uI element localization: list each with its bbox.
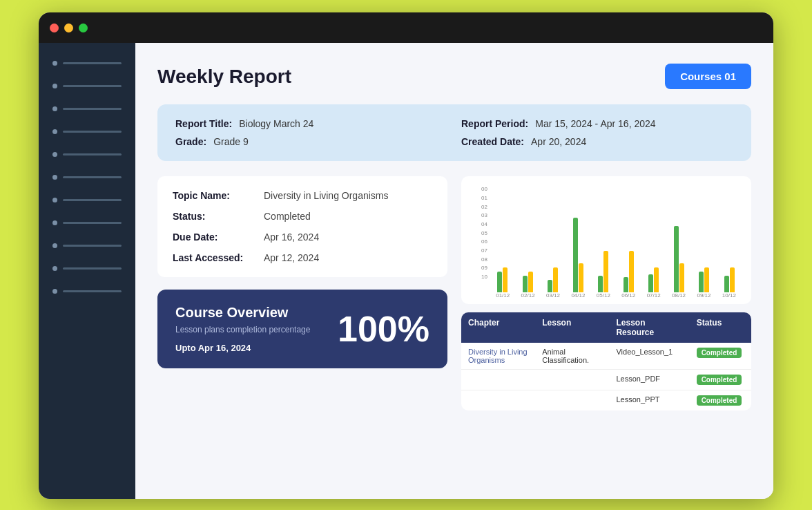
sidebar-line xyxy=(63,222,122,224)
main-layout: Weekly Report Courses 01 Report Title: B… xyxy=(39,43,773,499)
minimize-dot[interactable] xyxy=(64,23,73,32)
sidebar-dot xyxy=(52,198,57,202)
grade-row: Grade: Grade 9 xyxy=(175,136,447,147)
bar-group-9 xyxy=(717,267,742,292)
bar-green-5 xyxy=(624,277,628,292)
sidebar-dot xyxy=(52,129,57,134)
sidebar-item-6[interactable] xyxy=(46,171,128,184)
status-badge: Completed xyxy=(697,375,742,385)
last-accessed-value: Apr 12, 2024 xyxy=(264,252,319,263)
sidebar-item-2[interactable] xyxy=(46,79,128,93)
sidebar-line xyxy=(63,290,122,292)
created-date-label: Created Date: xyxy=(461,136,524,147)
resource-cell: Lesson_PDF xyxy=(609,370,689,390)
status-row: Status: Completed xyxy=(173,211,432,222)
window: Weekly Report Courses 01 Report Title: B… xyxy=(39,12,773,499)
sidebar-item-10[interactable] xyxy=(46,262,128,275)
overview-percentage: 100% xyxy=(338,308,429,350)
resource-cell: Video_Lesson_1 xyxy=(609,343,689,369)
bar-green-2 xyxy=(548,280,552,292)
report-period-label: Report Period: xyxy=(461,118,528,129)
details-block: Topic Name: Diversity in Living Organism… xyxy=(157,176,447,277)
bar-yellow-5 xyxy=(629,251,634,292)
left-panel: Topic Name: Diversity in Living Organism… xyxy=(157,176,447,410)
y-axis: 10 09 08 07 06 05 04 03 02 01 xyxy=(471,186,487,280)
courses-button[interactable]: Courses 01 xyxy=(665,64,751,89)
maximize-dot[interactable] xyxy=(79,23,88,32)
sidebar xyxy=(39,43,135,499)
status-badge: Completed xyxy=(697,348,742,358)
sidebar-dot xyxy=(52,175,57,180)
header-row: Weekly Report Courses 01 xyxy=(157,64,751,89)
grade-label: Grade: xyxy=(175,136,206,147)
lesson-cell xyxy=(535,370,609,390)
lesson-cell: Animal Classification. xyxy=(535,343,609,369)
sidebar-item-11[interactable] xyxy=(46,285,128,298)
sidebar-item-5[interactable] xyxy=(46,148,128,161)
sidebar-line xyxy=(63,176,122,178)
sidebar-item-3[interactable] xyxy=(46,102,128,115)
bar-green-1 xyxy=(523,276,528,292)
sidebar-dot xyxy=(52,243,57,248)
bar-yellow-4 xyxy=(603,251,608,292)
sidebar-line xyxy=(63,62,122,64)
last-accessed-label: Last Accessed: xyxy=(173,252,255,263)
table-body: Diversity in Living OrganismsAnimal Clas… xyxy=(461,343,751,410)
bar-group-6 xyxy=(641,267,666,292)
sidebar-dot xyxy=(52,106,57,111)
report-title-value: Biology March 24 xyxy=(239,118,313,129)
status-cell: Completed xyxy=(690,370,751,390)
table-row: Lesson_PDFCompleted xyxy=(461,370,751,390)
sidebar-line xyxy=(63,245,122,247)
sidebar-line xyxy=(63,131,122,133)
lesson-table: Chapter Lesson Lesson Resource Status Di… xyxy=(461,312,751,410)
report-title-label: Report Title: xyxy=(175,118,232,129)
bar-group-5 xyxy=(617,251,641,292)
sidebar-item-1[interactable] xyxy=(46,57,128,70)
sidebar-item-4[interactable] xyxy=(46,125,128,138)
due-date-row: Due Date: Apr 16, 2024 xyxy=(173,232,432,243)
report-title-row: Report Title: Biology March 24 xyxy=(175,118,447,129)
sidebar-item-8[interactable] xyxy=(46,216,128,229)
chapter-cell xyxy=(461,370,535,390)
overview-subtitle: Lesson plans completion percentage xyxy=(175,325,310,334)
sidebar-dot xyxy=(52,220,57,225)
th-chapter: Chapter xyxy=(461,312,535,343)
overview-title: Course Overview xyxy=(175,305,310,321)
due-date-value: Apr 16, 2024 xyxy=(264,232,319,243)
sidebar-line xyxy=(63,108,122,110)
status-cell: Completed xyxy=(690,343,751,369)
sidebar-item-9[interactable] xyxy=(46,239,128,252)
table-row: Lesson_PPTCompleted xyxy=(461,390,751,410)
sidebar-dot xyxy=(52,61,57,66)
sidebar-line xyxy=(63,85,122,87)
outer-wrapper: Weekly Report Courses 01 Report Title: B… xyxy=(26,0,786,510)
sidebar-dot xyxy=(52,266,57,271)
sidebar-item-7[interactable] xyxy=(46,193,128,207)
bar-yellow-3 xyxy=(579,263,583,292)
info-card: Report Title: Biology March 24 Report Pe… xyxy=(157,104,751,161)
info-grid: Report Title: Biology March 24 Report Pe… xyxy=(175,118,733,147)
main-content: Weekly Report Courses 01 Report Title: B… xyxy=(135,43,773,499)
bar-green-0 xyxy=(497,272,502,292)
sidebar-dot xyxy=(52,84,57,88)
topic-name-row: Topic Name: Diversity in Living Organism… xyxy=(173,190,432,201)
created-date-value: Apr 20, 2024 xyxy=(531,136,586,147)
bar-green-4 xyxy=(598,276,603,292)
bar-group-0 xyxy=(490,267,515,292)
bar-group-8 xyxy=(692,267,717,292)
chapter-cell xyxy=(461,390,535,410)
resource-cell: Lesson_PPT xyxy=(609,390,689,410)
sidebar-line xyxy=(63,199,122,201)
bars-group xyxy=(490,218,742,292)
titlebar xyxy=(39,12,773,43)
chart-area: 10 09 08 07 06 05 04 03 02 01 xyxy=(471,186,742,292)
overview-card: Course Overview Lesson plans completion … xyxy=(157,290,447,368)
status-badge: Completed xyxy=(697,395,742,406)
table-header: Chapter Lesson Lesson Resource Status xyxy=(461,312,751,343)
topic-name-label: Topic Name: xyxy=(173,190,255,201)
last-accessed-row: Last Accessed: Apr 12, 2024 xyxy=(173,252,432,263)
th-status: Status xyxy=(690,312,751,343)
bar-group-7 xyxy=(667,226,692,292)
close-dot[interactable] xyxy=(50,23,59,32)
